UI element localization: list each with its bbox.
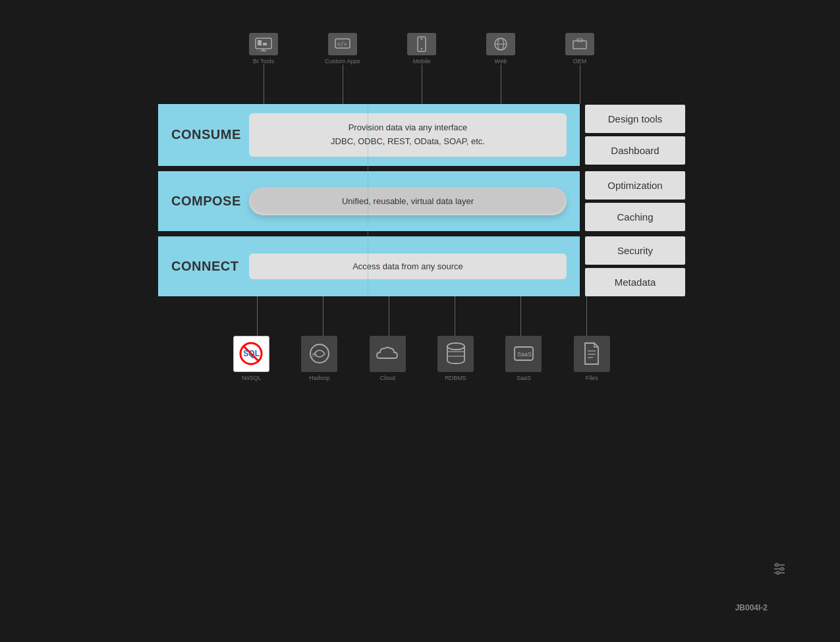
top-icons-row: BI Tools </> Custom Apps Mobile xyxy=(211,33,632,65)
bottom-icon-files: Files xyxy=(565,336,618,381)
filter-icon xyxy=(771,561,787,579)
top-icon-custom-apps: </> Custom Apps xyxy=(316,33,369,65)
compose-row: COMPOSE Unified, reusable, virtual data … xyxy=(158,171,685,231)
svg-point-8 xyxy=(421,48,422,49)
svg-point-30 xyxy=(775,564,778,566)
design-tools-button[interactable]: Design tools xyxy=(585,105,685,133)
rdbms-label: RDBMS xyxy=(445,375,466,381)
svg-text:</>: </> xyxy=(337,41,347,47)
saas-icon: SaaS xyxy=(505,336,542,372)
top-conn-3 xyxy=(422,65,422,104)
bot-conn-5 xyxy=(520,296,521,336)
bi-tools-icon xyxy=(249,33,278,55)
hadoop-icon: H xyxy=(301,336,337,372)
nosql-label: NoSQL xyxy=(242,375,262,381)
svg-point-19 xyxy=(447,343,464,350)
svg-text:SaaS: SaaS xyxy=(517,351,532,358)
watermark: JB004I-2 xyxy=(735,603,768,612)
bottom-icon-rdbms: RDBMS xyxy=(430,336,482,381)
caching-button[interactable]: Caching xyxy=(585,203,685,231)
connect-row: CONNECT Access data from any source Secu… xyxy=(158,236,685,296)
bot-conn-3 xyxy=(389,296,389,336)
top-icon-web: Web xyxy=(474,33,527,65)
bottom-icon-saas: SaaS SaaS xyxy=(497,336,550,381)
files-icon xyxy=(574,336,610,372)
connect-right-panel: Security Metadata xyxy=(585,236,685,296)
consume-label: CONSUME xyxy=(171,127,242,142)
top-conn-5 xyxy=(580,65,580,104)
diagram-container: BI Tools </> Custom Apps Mobile xyxy=(158,33,685,381)
mobile-label: Mobile xyxy=(413,58,431,65)
consume-row: CONSUME Provision data via any interface… xyxy=(158,104,685,166)
svg-rect-13 xyxy=(573,41,586,49)
bot-conn-2 xyxy=(323,296,323,336)
bi-tools-label: BI Tools xyxy=(253,58,274,65)
web-icon xyxy=(486,33,515,55)
bottom-connector-lines xyxy=(211,296,632,336)
bottom-icon-cloud: Cloud xyxy=(361,336,414,381)
nosql-icon: SQL xyxy=(233,336,269,372)
mobile-icon xyxy=(407,33,436,55)
custom-apps-label: Custom Apps xyxy=(325,58,360,65)
cloud-label: Cloud xyxy=(380,375,396,381)
svg-rect-1 xyxy=(258,40,262,45)
hadoop-label: Hadoop xyxy=(309,375,330,381)
security-button[interactable]: Security xyxy=(585,236,685,265)
diagram-main: BI Tools </> Custom Apps Mobile xyxy=(0,0,840,642)
files-label: Files xyxy=(586,375,598,381)
compose-content: Unified, reusable, virtual data layer xyxy=(249,187,567,215)
top-icon-mobile: Mobile xyxy=(395,33,448,65)
bottom-icons-row: SQL NoSQL H Hadoop xyxy=(211,336,632,381)
oem-icon xyxy=(565,33,594,55)
web-label: Web xyxy=(495,58,507,65)
consume-row-left: CONSUME Provision data via any interface… xyxy=(158,104,580,166)
top-conn-1 xyxy=(264,65,264,104)
custom-apps-icon: </> xyxy=(328,33,357,55)
rdbms-icon xyxy=(437,336,474,372)
svg-point-32 xyxy=(777,572,779,574)
oem-label: OEM xyxy=(573,58,587,65)
compose-label: COMPOSE xyxy=(171,194,242,209)
connect-content: Access data from any source xyxy=(249,254,567,279)
top-connector-lines xyxy=(211,65,632,104)
optimization-button[interactable]: Optimization xyxy=(585,171,685,200)
saas-label: SaaS xyxy=(517,375,531,381)
consume-content: Provision data via any interfaceJDBC, OD… xyxy=(249,113,567,157)
top-conn-4 xyxy=(501,65,501,104)
svg-rect-2 xyxy=(263,43,267,45)
connect-content-text: Access data from any source xyxy=(352,261,463,271)
bottom-icon-hadoop: H Hadoop xyxy=(293,336,346,381)
three-rows: CONSUME Provision data via any interface… xyxy=(158,104,685,296)
consume-content-text: Provision data via any interfaceJDBC, OD… xyxy=(331,121,485,149)
svg-rect-14 xyxy=(577,39,582,41)
bottom-icon-nosql: SQL NoSQL xyxy=(225,336,278,381)
cloud-icon xyxy=(370,336,406,372)
top-icon-bi-tools: BI Tools xyxy=(237,33,290,65)
compose-right-panel: Optimization Caching xyxy=(585,171,685,231)
top-conn-2 xyxy=(343,65,343,104)
connect-label: CONNECT xyxy=(171,259,242,274)
connect-row-left: CONNECT Access data from any source xyxy=(158,236,580,296)
dashboard-button[interactable]: Dashboard xyxy=(585,136,685,165)
compose-row-left: COMPOSE Unified, reusable, virtual data … xyxy=(158,171,580,231)
top-icon-oem: OEM xyxy=(553,33,606,65)
metadata-button[interactable]: Metadata xyxy=(585,268,685,296)
bot-conn-1 xyxy=(257,296,258,336)
bot-conn-6 xyxy=(586,296,587,336)
svg-point-31 xyxy=(781,568,783,570)
bot-conn-4 xyxy=(455,296,455,336)
consume-right-panel: Design tools Dashboard xyxy=(585,104,685,166)
compose-content-text: Unified, reusable, virtual data layer xyxy=(342,196,474,206)
